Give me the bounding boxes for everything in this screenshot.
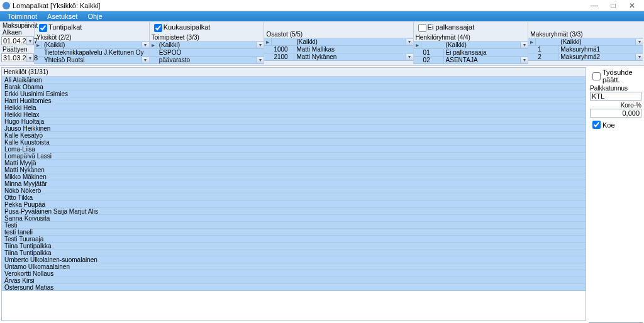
close-button[interactable]: ✕ <box>623 1 641 10</box>
cell: (Kaikki) <box>157 41 257 48</box>
row-dropdown-icon[interactable]: ▾ <box>406 54 413 60</box>
row-dropdown-icon[interactable]: ▾ <box>142 57 149 63</box>
row-dropdown-icon[interactable]: ▾ <box>406 39 413 45</box>
kuukausipalkat-checkbox[interactable] <box>154 24 162 32</box>
grid-row[interactable]: Tietotekniikkapalvelu J.Kettunen Oy <box>35 49 149 57</box>
list-item[interactable]: Heikki Hela <box>2 104 586 111</box>
cell: (Kaikki) <box>42 41 142 48</box>
menu-ohje[interactable]: Ohje <box>82 13 107 20</box>
list-item[interactable]: Matti Myyjä <box>2 160 586 167</box>
grid-row[interactable]: ESPOO <box>150 49 264 57</box>
list-item[interactable]: Östersund Matias <box>2 284 586 291</box>
list-item[interactable]: Umberto Ulkolainen-suomalainen <box>2 256 586 263</box>
list-item[interactable]: testi taneli <box>2 229 586 236</box>
menu-asetukset[interactable]: Asetukset <box>42 13 82 20</box>
paattyen-label: Päättyen <box>1 46 34 53</box>
osastot-block: Osastot (5/5) ▸(Kaikki)▾ 1000Matti Malli… <box>264 22 413 64</box>
grid-row[interactable]: ▸(Kaikki)▾ <box>414 41 528 49</box>
koro-input[interactable]: 0,000 <box>590 109 641 118</box>
list-item[interactable]: Kalle Kesätyö <box>2 132 586 139</box>
grid-row[interactable]: päävarasto▾ <box>150 57 264 64</box>
kuukausipalkat-check: Kuukausipalkat <box>150 22 264 34</box>
persons-header: Henkilöt (31/31) <box>2 68 586 77</box>
grid-row[interactable]: Yhteisö Ruotsi▾ <box>35 57 149 64</box>
list-item[interactable]: Minna Myyjätär <box>2 180 586 187</box>
cell: Tietotekniikkapalvelu J.Kettunen Oy <box>42 49 149 56</box>
list-item[interactable]: Heikki Helax <box>2 111 586 118</box>
window-title: Lomapalkat [Yksikkö: Kaikki] <box>13 2 585 9</box>
paattyen-dropdown-icon[interactable]: ▾ <box>26 54 33 62</box>
tuntipalkat-checkbox[interactable] <box>39 24 47 32</box>
koe-row[interactable]: Koe <box>590 119 641 131</box>
cell-code: 1000 <box>272 46 294 53</box>
row-dropdown-icon[interactable]: ▾ <box>635 39 643 45</box>
minimize-button[interactable]: — <box>585 1 604 10</box>
list-item[interactable]: Untamo Ulkomaalainen <box>2 263 586 270</box>
menubar: Toiminnot Asetukset Ohje <box>0 11 644 21</box>
list-item[interactable]: Kalle Kuustoista <box>2 139 586 146</box>
cell-name: (Kaikki) <box>558 38 635 45</box>
grid-row[interactable]: 02ASENTAJA▾ <box>414 57 528 64</box>
list-item[interactable]: Mikko Mäkinen <box>2 173 586 180</box>
row-dropdown-icon[interactable]: ▾ <box>520 42 528 48</box>
maksuryhmat-block: Maksuryhmät (3/3) ▸(Kaikki)▾ 1Maksuryhmä… <box>528 22 643 64</box>
toimipisteet-body: ▸(Kaikki)▾ ESPOO päävarasto▾ <box>150 41 264 64</box>
maximize-button[interactable]: □ <box>604 1 623 10</box>
menu-toiminnot[interactable]: Toiminnot <box>3 13 42 20</box>
list-item[interactable]: Verokortti Nollaus <box>2 270 586 277</box>
grid-row[interactable]: 2100Matti Nykänen▾ <box>264 53 413 61</box>
list-item[interactable]: Hugo Huoltaja <box>2 118 586 125</box>
palkkatunnus-input[interactable]: KTL <box>590 92 641 101</box>
koro-label: Koro-% <box>590 102 641 109</box>
row-dropdown-icon[interactable]: ▾ <box>256 57 264 63</box>
grid-row[interactable]: 2Maksuryhmä2▾ <box>528 53 643 61</box>
tyosuhde-checkbox[interactable] <box>592 72 601 80</box>
paattyen-input[interactable]: 31.03.2018 ▾ <box>1 53 34 62</box>
grid-row[interactable]: ▸(Kaikki)▾ <box>150 41 264 49</box>
row-dropdown-icon[interactable]: ▾ <box>520 57 528 63</box>
list-item[interactable]: Ärväs Kirsi <box>2 277 586 284</box>
cell-name: Matti Nykänen <box>294 53 405 60</box>
grid-row[interactable]: 01Ei palkansaaja <box>414 49 528 57</box>
list-item[interactable]: Matti Nykänen <box>2 167 586 173</box>
list-item[interactable]: Tiina Tuntipalkka <box>2 249 586 256</box>
koro-value: 0,000 <box>622 109 640 117</box>
alkaen-input[interactable]: 01.04.2017 ▾ <box>1 36 34 45</box>
row-dropdown-icon[interactable]: ▾ <box>256 42 264 48</box>
list-item[interactable]: Harri Huoltomies <box>2 97 586 104</box>
row-dropdown-icon[interactable]: ▾ <box>142 42 149 48</box>
list-item[interactable]: Otto Tikka <box>2 194 586 201</box>
list-item[interactable]: Juuso Heikkinen <box>2 125 586 132</box>
list-item[interactable]: Testi <box>2 222 586 229</box>
cell-name: (Kaikki) <box>444 41 521 48</box>
palkkatunnus-label: Palkkatunnus <box>590 85 641 92</box>
list-item[interactable]: Nökö Nökerö <box>2 187 586 194</box>
person-list[interactable]: Ali AlaikäinenBarak ObamaErkki Uusinimi … <box>2 77 586 320</box>
grid-row[interactable]: 1Maksuryhmä1 <box>528 46 643 53</box>
list-item[interactable]: Pekka Puupää <box>2 201 586 208</box>
grid-row[interactable]: ▸(Kaikki)▾ <box>528 38 643 46</box>
list-item[interactable]: Barak Obama <box>2 84 586 90</box>
cell-code: 02 <box>421 57 444 63</box>
grid-row[interactable]: 1000Matti Mallikas <box>264 46 413 53</box>
list-item[interactable]: Ali Alaikäinen <box>2 77 586 84</box>
list-item[interactable]: Tiina Tuntipalkka <box>2 243 586 249</box>
list-item[interactable]: Erkki Uusinimi Esimies <box>2 90 586 97</box>
osastot-header: Osastot (5/5) <box>264 31 413 38</box>
cell-code: 2100 <box>272 53 294 60</box>
koe-checkbox[interactable] <box>592 121 601 129</box>
list-item[interactable]: Sanna Koivusita <box>2 215 586 222</box>
cell-code: 01 <box>421 49 444 56</box>
grid-row[interactable]: ▸(Kaikki)▾ <box>264 38 413 46</box>
cell-code: 2 <box>536 53 558 60</box>
tyosuhde-row[interactable]: Työsuhde päätt. <box>590 68 641 84</box>
list-item[interactable]: Pusa-Pyväläinen Saija Marjut Alis <box>2 208 586 215</box>
eipalkansaajat-checkbox[interactable] <box>418 24 426 32</box>
list-item[interactable]: Lomapäivä Lassi <box>2 153 586 160</box>
row-dropdown-icon[interactable]: ▾ <box>635 54 643 60</box>
grid-row[interactable]: ▸(Kaikki)▾ <box>35 41 149 49</box>
alkaen-dropdown-icon[interactable]: ▾ <box>26 37 33 45</box>
maksuryhmat-header: Maksuryhmät (3/3) <box>528 31 643 38</box>
list-item[interactable]: Testi Tuuraaja <box>2 236 586 243</box>
list-item[interactable]: Loma-Liisa <box>2 146 586 153</box>
